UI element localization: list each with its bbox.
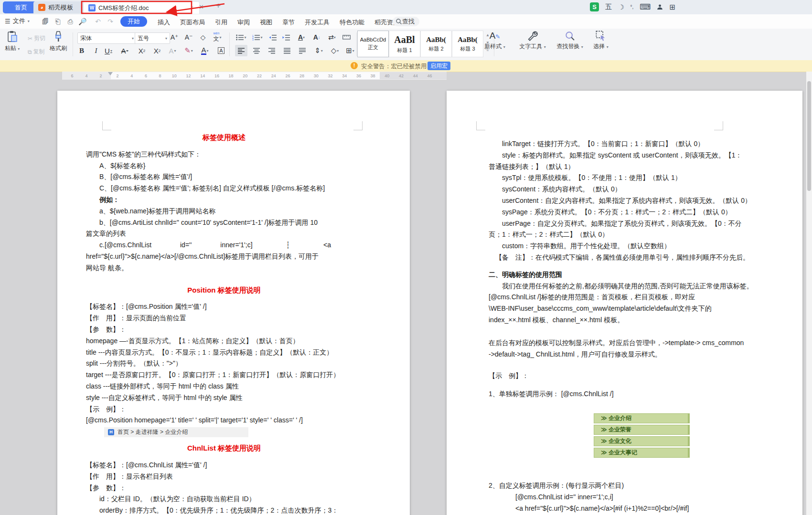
bullet-list-icon[interactable]: ▾ <box>234 32 248 43</box>
style-card-标题 3[interactable]: AaBb(标题 3 <box>452 31 483 57</box>
tab-docer-templates[interactable]: ◕ 稻壳模板 <box>33 1 91 13</box>
doc-line: 2、自定义标签调用示例：(每行显示两个栏目) <box>489 480 776 492</box>
superscript-button[interactable]: X2 <box>136 45 148 56</box>
ribbon-tabs: 插入页面布局引用审阅视图章节开发工具特色功能稻壳资源 <box>158 18 399 27</box>
indent-marker[interactable] <box>108 72 113 75</box>
doc-line: a、${web.name}标签用于调用网站名称 <box>86 206 362 217</box>
font-color-button[interactable]: A▾ <box>199 45 211 56</box>
text-direction-icon[interactable]: ⇄▾ <box>325 32 339 43</box>
paste-button[interactable]: 粘贴 ▾ <box>5 31 20 53</box>
doc-line: \WEB-INF\user_base\cccms_com_www\templat… <box>489 303 776 315</box>
hamburger-icon: ☰ <box>5 18 11 25</box>
save-icon[interactable]: 🗐 <box>41 18 50 25</box>
underline-button[interactable]: U▾ <box>102 45 115 56</box>
decrease-font-icon[interactable]: A⁻ <box>182 32 195 43</box>
format-painter-label: 格式刷 <box>50 44 67 53</box>
new-tab-icon[interactable]: + <box>216 2 221 10</box>
document-page-1[interactable]: 标签使用概述调用"CMS 标签"的三种代码样式如下： A、${标签名称} B、[… <box>57 91 410 515</box>
document-page-2[interactable]: linkTarget：链接打开方式。【0：当前窗口；1：新窗口】（默认 0） s… <box>447 91 802 515</box>
shading-button[interactable]: ◇▾ <box>328 45 342 56</box>
ribbon-tab-start[interactable]: 开始 <box>120 16 147 27</box>
distribute-button[interactable] <box>296 45 309 56</box>
doc-line: 【参 数】： <box>86 483 362 494</box>
ime-mode-indicator[interactable]: 五 <box>605 3 612 11</box>
breadcrumb-screenshot: H首页 > 走进祥隆 > 企业介绍 <box>104 427 248 437</box>
ribbon-tab-1[interactable]: 页面布局 <box>180 18 205 27</box>
tab-document[interactable]: W CMS标签介绍.doc <box>83 1 200 14</box>
strikethrough-button[interactable]: A▾ <box>118 45 131 56</box>
grid-apps-icon[interactable]: ⊞ <box>669 3 675 11</box>
text-tools-button[interactable]: 文字工具 ▾ <box>517 31 548 51</box>
format-painter-button[interactable]: 格式刷 <box>50 31 67 53</box>
align-left-button[interactable] <box>235 45 247 56</box>
text-effects-icon[interactable]: A▾ <box>294 32 309 43</box>
undo-icon[interactable]: ↶ <box>94 18 102 25</box>
doc-line: split ---分割符号。（默认：">"） <box>86 358 362 369</box>
doc-line: target ---是否原窗口打开。【0：原窗口打开；1：新窗口打开】（默认：原… <box>86 369 362 381</box>
tab-restore-icon[interactable]: ▫ <box>191 3 193 11</box>
justify-button[interactable] <box>281 45 293 56</box>
find-button[interactable]: 查找 <box>393 17 419 26</box>
text-highlight-button[interactable]: A▾ <box>166 45 179 56</box>
ribbon-tab-3[interactable]: 审阅 <box>237 18 250 27</box>
borders-button[interactable]: ⊞▾ <box>343 45 357 56</box>
tab-close-icon[interactable]: ✕ <box>199 3 204 11</box>
ribbon-tab-2[interactable]: 引用 <box>215 18 227 27</box>
copy-button[interactable]: ⧉复制 <box>28 48 45 56</box>
align-center-button[interactable] <box>250 45 263 56</box>
channel-menu-item: ≫ 企业介绍 <box>594 413 690 423</box>
style-preview: AaBb( <box>458 36 478 44</box>
paste-label: 粘贴 <box>5 45 16 52</box>
decrease-indent-icon[interactable] <box>267 32 279 43</box>
line-spacing-button[interactable]: ⇕▾ <box>311 45 326 56</box>
print-icon[interactable]: ⎙ <box>66 18 75 25</box>
ribbon-tab-6[interactable]: 开发工具 <box>305 18 330 27</box>
export-icon[interactable]: ⎗ <box>53 18 62 25</box>
punctuation-mode-icon[interactable]: °, <box>630 4 634 10</box>
keyboard-icon[interactable]: ⌨ <box>640 2 651 11</box>
ruler-number: 36 <box>356 74 361 78</box>
find-replace-button[interactable]: 查找替换 ▾ <box>554 31 586 51</box>
new-style-button[interactable]: A✎ 新样式 ▾ <box>481 31 508 51</box>
style-card-正文[interactable]: AaBbCcDd正文 <box>357 31 389 57</box>
cut-button[interactable]: ✂剪切 <box>28 34 45 42</box>
horizontal-ruler[interactable]: 6422468101214161820222426283032343638404… <box>62 72 447 80</box>
character-border-icon[interactable]: A <box>215 45 227 56</box>
ribbon-tab-7[interactable]: 特色功能 <box>340 18 364 27</box>
style-card-标题 1[interactable]: AaBl标题 1 <box>389 31 420 57</box>
character-scale-icon[interactable]: A↓ <box>310 32 323 43</box>
print-preview-icon[interactable]: 🔎 <box>78 18 87 25</box>
scrollbar-thumb[interactable] <box>807 81 811 191</box>
ruler-number: 46 <box>427 74 432 78</box>
style-card-标题 2[interactable]: AaBb(标题 2 <box>420 31 452 57</box>
page-setup-icon[interactable] <box>340 32 353 43</box>
doc-line: A、${标签名称} <box>86 160 362 172</box>
user-icon[interactable] <box>657 4 663 10</box>
numbered-list-icon[interactable]: 123▾ <box>250 32 265 43</box>
ribbon-tab-4[interactable]: 视图 <box>260 18 272 27</box>
tab-document-label: CMS标签介绍.doc <box>98 4 149 12</box>
spacer <box>489 326 776 337</box>
doc-line: 篇文章的列表 <box>86 228 362 240</box>
font-size-select[interactable]: 五号▾ <box>135 32 170 44</box>
moon-icon[interactable]: ☽ <box>618 3 624 11</box>
doc-line: sysPage：系统分页样式。【0：不分页；1：样式一；2：样式二】（默认 0） <box>489 207 776 218</box>
font-name-select[interactable]: 宋体▾ <box>77 32 137 44</box>
ime-logo-icon[interactable]: S <box>590 2 599 11</box>
file-menu-button[interactable]: ☰ 文件 ▾ <box>5 17 30 25</box>
highlighter-pen-icon[interactable]: ✎▾ <box>182 45 195 56</box>
select-button[interactable]: 选择 ▾ <box>589 31 612 51</box>
subscript-button[interactable]: X2 <box>151 45 163 56</box>
bold-button[interactable]: B <box>75 45 88 56</box>
phonetic-guide-icon[interactable]: wén文▾ <box>209 32 225 43</box>
align-right-button[interactable] <box>266 45 278 56</box>
italic-button[interactable]: I <box>90 45 102 56</box>
ribbon-tab-0[interactable]: 插入 <box>158 18 170 27</box>
clear-format-icon[interactable]: ◇ <box>197 32 209 43</box>
increase-indent-icon[interactable] <box>280 32 292 43</box>
ribbon-tab-5[interactable]: 章节 <box>282 18 295 27</box>
redo-icon[interactable]: ↷ <box>106 18 115 25</box>
enable-macros-button[interactable]: 启用宏 <box>427 62 450 70</box>
format-painter-icon <box>53 31 64 43</box>
increase-font-icon[interactable]: A⁺ <box>168 32 181 43</box>
